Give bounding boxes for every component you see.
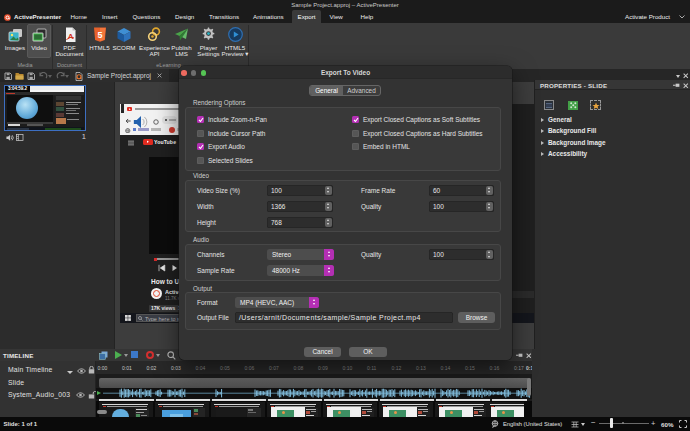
svg-text:5: 5 (97, 30, 102, 40)
svg-text:A: A (68, 32, 74, 41)
